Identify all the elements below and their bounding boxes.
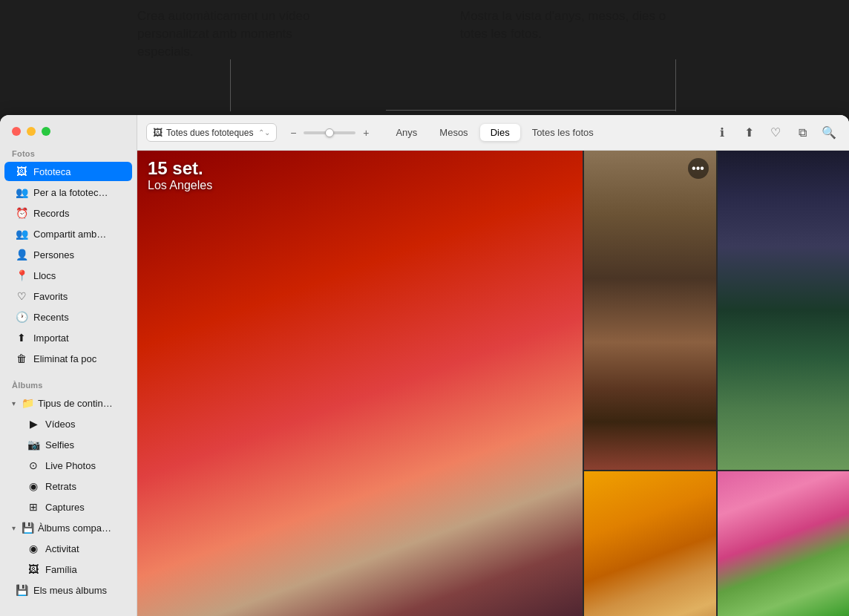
sidebar-group-tipus[interactable]: ▾ 📁 Tipus de contin… (4, 393, 132, 413)
recents-label: Recents (33, 312, 69, 323)
tooltip-line-right (675, 59, 676, 111)
duplicate-button[interactable]: ⧉ (791, 122, 813, 144)
tab-dies[interactable]: Dies (480, 124, 520, 141)
sidebar-item-importat[interactable]: ⬆ Importat (4, 328, 132, 347)
persones-label: Persones (33, 249, 74, 261)
photo-cell-orange-hat[interactable] (584, 471, 716, 616)
tooltip-line (386, 110, 675, 111)
sidebar-item-els-meus-albums[interactable]: 💾 Els meus àlbums (4, 580, 132, 600)
llocs-icon: 📍 (15, 269, 28, 281)
photo-area: 15 set. Los Angeles ••• (137, 151, 849, 616)
library-icon: 🖼 (153, 127, 163, 138)
more-options-button[interactable]: ••• (688, 158, 709, 179)
sidebar-item-retrats[interactable]: ◉ Retrats (4, 476, 132, 496)
favorits-label: Favorits (33, 291, 68, 302)
sidebar-item-compartit-amb[interactable]: 👥 Compartit amb… (4, 224, 132, 243)
sidebar-group-albums-compa[interactable]: ▾ 💾 Àlbums compa… (4, 518, 132, 537)
app-window: Fotos 🖼 Fototeca 👥 Per a la fototec… ⏰ R… (0, 115, 849, 616)
live-photos-icon: ⊙ (27, 459, 40, 471)
minimize-button[interactable] (27, 127, 36, 136)
retrats-label: Retrats (45, 481, 76, 492)
albums-compa-label: Àlbums compa… (38, 522, 111, 534)
search-button[interactable]: 🔍 (818, 122, 840, 144)
sidebar-item-eliminat-fa-poc[interactable]: 🗑 Eliminat fa poc (4, 349, 132, 368)
toolbar: 🖼 Totes dues fototeques ⌃⌄ − + Anys Meso… (137, 115, 849, 151)
favorite-button[interactable]: ♡ (764, 122, 787, 144)
view-tabs: Anys Mesos Dies Totes les fotos (385, 124, 603, 141)
albums-section-label: Àlbums (0, 375, 137, 393)
familia-icon: 🖼 (27, 563, 40, 575)
activitat-icon: ◉ (27, 543, 40, 554)
tab-mesos[interactable]: Mesos (429, 124, 478, 141)
library-selector[interactable]: 🖼 Totes dues fototeques ⌃⌄ (146, 123, 277, 142)
sidebar-item-familia[interactable]: 🖼 Família (4, 560, 132, 579)
captures-label: Captures (45, 502, 85, 513)
zoom-minus-button[interactable]: − (286, 127, 301, 139)
close-button[interactable] (12, 127, 21, 136)
per-a-la-fototeca-icon: 👥 (15, 186, 28, 198)
maximize-button[interactable] (42, 127, 50, 136)
sidebar-item-records[interactable]: ⏰ Records (4, 203, 132, 223)
toolbar-actions: ℹ ⬆ ♡ ⧉ 🔍 (711, 122, 840, 144)
zoom-plus-button[interactable]: + (358, 127, 373, 139)
zoom-slider-thumb (325, 128, 334, 137)
zoom-slider[interactable] (304, 131, 355, 134)
compartit-amb-icon: 👥 (15, 228, 28, 240)
eliminat-label: Eliminat fa poc (33, 353, 96, 364)
photo-grid: 15 set. Los Angeles ••• (137, 151, 849, 616)
sidebar-item-videos[interactable]: ▶ Vídeos (4, 414, 132, 433)
chevron-albums-icon: ▾ (12, 524, 16, 532)
date-location: Los Angeles (148, 179, 212, 192)
sidebar-item-llocs[interactable]: 📍 Llocs (4, 266, 132, 285)
eliminat-icon: 🗑 (15, 353, 28, 364)
library-chevron-icon: ⌃⌄ (258, 128, 270, 137)
retrats-icon: ◉ (27, 480, 40, 492)
videos-icon: ▶ (27, 418, 40, 430)
tab-anys[interactable]: Anys (385, 124, 427, 141)
date-header: 15 set. Los Angeles (148, 158, 212, 192)
records-label: Records (33, 208, 69, 219)
photo-cell-pink-hair[interactable] (718, 471, 850, 616)
sidebar-item-captures[interactable]: ⊞ Captures (4, 497, 132, 517)
tipus-folder-icon: 📁 (21, 397, 34, 409)
sidebar-item-favorits[interactable]: ♡ Favorits (4, 286, 132, 306)
window-controls (0, 115, 137, 143)
familia-label: Família (45, 564, 77, 575)
activitat-label: Activitat (45, 543, 79, 554)
records-icon: ⏰ (15, 207, 28, 219)
persones-icon: 👤 (15, 249, 28, 261)
tooltip-left: Crea automàticament un vídeo personalitz… (137, 7, 330, 60)
els-meus-albums-icon: 💾 (15, 584, 28, 596)
zoom-control: − + (286, 127, 373, 139)
sidebar-item-recents[interactable]: 🕐 Recents (4, 307, 132, 327)
compartit-amb-label: Compartit amb… (33, 229, 106, 240)
sidebar-item-live-photos[interactable]: ⊙ Live Photos (4, 456, 132, 475)
sidebar-item-persones[interactable]: 👤 Persones (4, 245, 132, 264)
importat-label: Importat (33, 332, 69, 344)
photo-cell-man-portrait[interactable]: ••• (584, 151, 716, 470)
favorits-icon: ♡ (15, 290, 28, 302)
importat-icon: ⬆ (15, 332, 28, 344)
per-a-la-fototeca-label: Per a la fototec… (33, 187, 108, 198)
sidebar-item-fototeca[interactable]: 🖼 Fototeca (4, 162, 132, 181)
live-photos-label: Live Photos (45, 460, 96, 471)
sidebar: Fotos 🖼 Fototeca 👥 Per a la fototec… ⏰ R… (0, 115, 137, 616)
videos-label: Vídeos (45, 419, 75, 430)
tipus-label: Tipus de contin… (38, 398, 113, 409)
main-content: 🖼 Totes dues fototeques ⌃⌄ − + Anys Meso… (137, 115, 849, 616)
sidebar-item-activitat[interactable]: ◉ Activitat (4, 539, 132, 558)
sidebar-item-per-a-la-fototeca[interactable]: 👥 Per a la fototec… (4, 183, 132, 202)
selfies-icon: 📷 (27, 439, 40, 450)
sidebar-item-selfies[interactable]: 📷 Selfies (4, 435, 132, 454)
fototeca-label: Fototeca (33, 166, 71, 177)
photo-cell-rain-window[interactable] (718, 151, 850, 470)
date-main: 15 set. (148, 158, 212, 179)
tab-totes-les-fotos[interactable]: Totes les fotos (522, 124, 604, 141)
photo-cell-woman-red[interactable]: 15 set. Los Angeles (137, 151, 583, 616)
els-meus-albums-label: Els meus àlbums (33, 585, 107, 596)
recents-icon: 🕐 (15, 311, 28, 323)
share-button[interactable]: ⬆ (738, 122, 760, 144)
info-button[interactable]: ℹ (711, 122, 733, 144)
selfies-label: Selfies (45, 439, 74, 450)
tooltip-area: Crea automàticament un vídeo personalitz… (0, 0, 849, 115)
